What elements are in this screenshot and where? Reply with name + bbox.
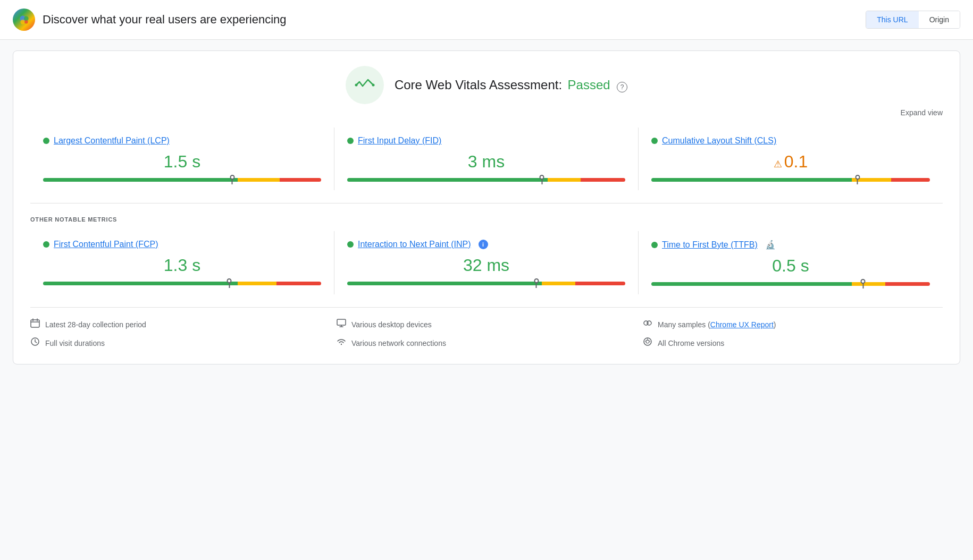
other-metrics-grid: First Contentful Paint (FCP) 1.3 s [30, 231, 943, 294]
bar-green-fid [347, 178, 548, 182]
collection-period-text: Latest 28-day collection period [45, 320, 146, 329]
origin-button[interactable]: Origin [919, 11, 960, 28]
page-title: Discover what your real users are experi… [43, 13, 287, 27]
metric-link-fcp[interactable]: First Contentful Paint (FCP) [54, 240, 158, 249]
calendar-icon [30, 318, 40, 330]
footer-collection-period: Latest 28-day collection period [30, 318, 330, 330]
top-metrics-grid: Largest Contentful Paint (LCP) 1.5 s [30, 128, 943, 190]
info-icon[interactable]: i [479, 240, 488, 249]
metric-inp: Interaction to Next Paint (INP) i 32 ms [334, 231, 639, 294]
needle-circle-ttfb [861, 279, 866, 284]
bar-orange-fcp [238, 282, 276, 285]
metric-value-fid: 3 ms [347, 152, 625, 172]
metric-link-lcp[interactable]: Largest Contentful Paint (LCP) [54, 136, 170, 146]
footer-visit-durations: Full visit durations [30, 337, 330, 349]
bar-row-fcp [43, 282, 321, 285]
main-content: Core Web Vitals Assessment: Passed ? Exp… [0, 40, 973, 375]
metric-label-ttfb: Time to First Byte (TTFB) 🔬 [651, 240, 930, 250]
chrome-versions-text: All Chrome versions [658, 339, 724, 347]
flask-icon: 🔬 [765, 240, 776, 250]
bar-orange-inp [542, 282, 575, 285]
monitor-icon [337, 318, 346, 330]
needle-circle-fid [540, 175, 544, 180]
needle-circle-fcp [227, 278, 232, 283]
metric-bar-fcp [43, 282, 321, 285]
network-text: Various network connections [351, 339, 446, 347]
svg-rect-7 [337, 319, 346, 325]
metric-value-lcp: 1.5 s [43, 152, 321, 172]
chrome-ux-report-link[interactable]: Chrome UX Report [710, 320, 774, 329]
footer-info: Latest 28-day collection period Various … [30, 307, 943, 349]
needle-line-ttfb [862, 284, 863, 289]
header-left: Discover what your real users are experi… [13, 9, 287, 31]
status-dot-fcp [43, 241, 49, 248]
desktop-devices-text: Various desktop devices [351, 320, 432, 329]
bar-orange-lcp [238, 178, 279, 182]
metric-ttfb: Time to First Byte (TTFB) 🔬 0.5 s [639, 231, 943, 294]
metric-value-fcp: 1.3 s [43, 256, 321, 275]
other-metrics-label: OTHER NOTABLE METRICS [30, 216, 943, 223]
metric-link-fid[interactable]: First Input Delay (FID) [358, 136, 441, 146]
bar-orange-ttfb [852, 282, 885, 286]
svg-rect-6 [31, 320, 39, 327]
cwv-header: Core Web Vitals Assessment: Passed ? [30, 66, 943, 104]
bar-orange-fid [548, 178, 581, 182]
footer-network: Various network connections [337, 337, 636, 349]
metric-lcp: Largest Contentful Paint (LCP) 1.5 s [30, 128, 334, 190]
metric-link-inp[interactable]: Interaction to Next Paint (INP) [358, 240, 471, 249]
metric-label-fid: First Input Delay (FID) [347, 136, 625, 146]
bar-row-lcp [43, 178, 321, 182]
cwv-icon [346, 66, 384, 104]
footer-desktop-devices: Various desktop devices [337, 318, 636, 330]
bar-red-ttfb [885, 282, 930, 286]
metric-bar-inp [347, 282, 625, 285]
needle-circle-lcp [230, 175, 234, 180]
needle-circle-cls [855, 175, 860, 180]
url-toggle: This URL Origin [866, 11, 960, 29]
header: Discover what your real users are experi… [0, 0, 973, 40]
needle-line-fcp [229, 283, 230, 288]
metric-bar-ttfb [651, 282, 930, 286]
needle-line-inp [536, 283, 537, 288]
metric-label-inp: Interaction to Next Paint (INP) i [347, 240, 625, 249]
logo-icon [13, 9, 35, 31]
expand-view-link[interactable]: Expand view [30, 108, 943, 117]
bar-red-fid [581, 178, 625, 182]
metric-value-ttfb: 0.5 s [651, 256, 930, 276]
needle-circle-inp [534, 278, 539, 283]
needle-line-cls [857, 180, 858, 184]
bar-green-ttfb [651, 282, 852, 286]
bar-row-cls [651, 178, 930, 182]
metrics-divider [30, 203, 943, 203]
metric-bar-cls [651, 178, 930, 182]
bar-red-cls [891, 178, 930, 182]
metric-fcp: First Contentful Paint (FCP) 1.3 s [30, 231, 334, 294]
status-dot-ttfb [651, 242, 658, 248]
metrics-card: Core Web Vitals Assessment: Passed ? Exp… [13, 50, 960, 364]
clock-icon [30, 337, 40, 349]
cwv-assessment-text: Core Web Vitals Assessment: Passed ? [395, 78, 627, 92]
metric-value-cls: ⚠0.1 [651, 152, 930, 172]
cwv-label: Core Web Vitals Assessment: [395, 78, 562, 92]
wifi-icon [337, 337, 346, 349]
needle-line-fid [541, 180, 542, 184]
status-dot-inp [347, 241, 354, 248]
samples-icon [643, 318, 652, 330]
warning-icon: ⚠ [774, 159, 782, 169]
status-dot-cls [651, 138, 658, 144]
svg-point-2 [21, 20, 26, 24]
bar-green-fcp [43, 282, 238, 285]
bar-green-lcp [43, 178, 238, 182]
status-dot-lcp [43, 138, 49, 144]
metric-label-cls: Cumulative Layout Shift (CLS) [651, 136, 930, 146]
bar-row-ttfb [651, 282, 930, 286]
visit-durations-text: Full visit durations [45, 339, 105, 347]
cwv-help-icon[interactable]: ? [617, 82, 627, 92]
status-dot-fid [347, 138, 354, 144]
metric-link-ttfb[interactable]: Time to First Byte (TTFB) [662, 240, 758, 250]
metric-link-cls[interactable]: Cumulative Layout Shift (CLS) [662, 136, 776, 146]
metric-value-inp: 32 ms [347, 256, 625, 275]
chrome-icon [643, 337, 652, 349]
svg-point-1 [24, 16, 29, 21]
this-url-button[interactable]: This URL [866, 11, 918, 28]
